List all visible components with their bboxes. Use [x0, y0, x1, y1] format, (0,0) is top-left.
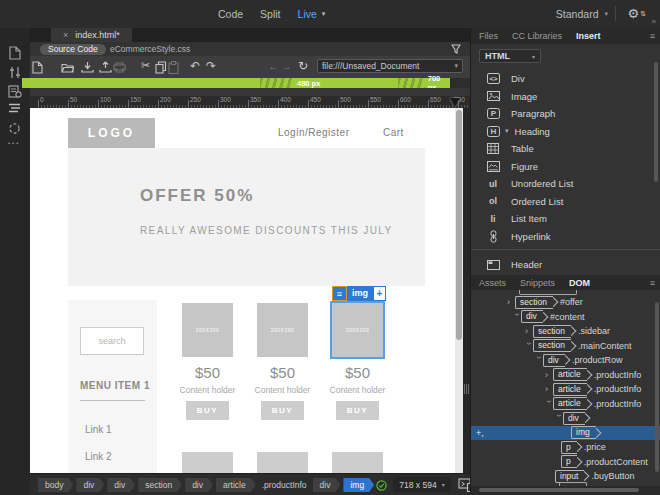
code-view-button[interactable]: Code [218, 8, 243, 20]
live-view-button[interactable]: Live [298, 8, 317, 20]
insert-item-list-item[interactable]: li List Item [471, 210, 660, 227]
add-element-icon[interactable]: +, [476, 428, 484, 438]
element-selection-outline[interactable] [330, 301, 385, 359]
put-file-icon[interactable] [81, 61, 94, 73]
undo-icon[interactable]: ↶ [190, 59, 200, 73]
dom-node[interactable]: › div #content [471, 310, 660, 325]
ruler-marker-handle[interactable] [450, 98, 460, 107]
copy-icon[interactable] [155, 61, 167, 74]
login-register-link[interactable]: Login/Register [278, 127, 349, 138]
product-image[interactable] [182, 452, 233, 473]
filter-related-files-icon[interactable] [451, 44, 461, 54]
product-image[interactable]: 200X200 [182, 303, 233, 357]
insert-item-unordered-list[interactable]: ul Unordered List [471, 175, 660, 192]
expander-icon[interactable]: › [525, 326, 533, 336]
tag-crumb[interactable]: div [185, 478, 213, 492]
dom-scrollbar-thumb[interactable] [655, 302, 659, 472]
insert-scrollbar-thumb[interactable] [654, 62, 658, 182]
sync-settings-button[interactable]: ⚙ ⇅ [627, 0, 646, 27]
more-tools-icon[interactable]: ••• [8, 140, 20, 146]
dom-node[interactable]: › section .mainContent [471, 339, 660, 354]
dom-h-scrollbar-thumb[interactable] [479, 488, 639, 492]
search-input[interactable]: search [80, 327, 144, 355]
panel-menu-icon[interactable]: ≡ [650, 278, 655, 288]
split-view-button[interactable]: Split [260, 8, 280, 20]
sidebar-link-2[interactable]: Link 2 [85, 451, 112, 462]
tag-crumb[interactable]: div [107, 478, 135, 492]
product-image[interactable] [257, 452, 308, 473]
document-tab[interactable]: × index.html* [51, 28, 132, 42]
source-code-button[interactable]: Source Code [40, 44, 106, 55]
tag-crumb[interactable]: div [313, 478, 341, 492]
file-preview-icon[interactable] [8, 85, 22, 98]
tab-insert[interactable]: Insert [576, 31, 601, 41]
collapse-panels-icon[interactable]: » [652, 17, 656, 26]
insert-item-image[interactable]: Image [471, 88, 660, 105]
back-icon[interactable]: ← [268, 60, 279, 72]
dom-node[interactable]: › div .productRow [471, 353, 660, 368]
new-file-icon[interactable] [9, 46, 21, 60]
outline-view-icon[interactable] [8, 103, 22, 113]
panel-menu-icon[interactable]: ≡ [650, 31, 655, 41]
manage-extensions-icon[interactable] [9, 66, 21, 79]
insert-item-figure[interactable]: Figure [471, 158, 660, 175]
scrollbar-thumb[interactable] [456, 110, 462, 340]
redo-icon[interactable]: ↷ [206, 59, 216, 73]
insert-item-ordered-list[interactable]: ol Ordered List [471, 193, 660, 210]
expander-icon[interactable]: › [545, 370, 553, 380]
tab-cc-libraries[interactable]: CC Libraries [512, 31, 562, 41]
dom-node[interactable]: p .price [471, 440, 660, 455]
dom-node[interactable]: › article .productInfo [471, 368, 660, 383]
site-logo[interactable]: LOGO [68, 118, 155, 148]
print-icon[interactable] [113, 62, 126, 73]
element-tag-label[interactable]: img [347, 286, 373, 301]
product-image[interactable] [332, 452, 383, 473]
tab-dom[interactable]: DOM [569, 278, 590, 288]
tag-crumb[interactable]: div [76, 478, 104, 492]
paste-icon[interactable] [168, 61, 179, 74]
media-query-marker-700[interactable]: 700 px [398, 78, 450, 88]
get-file-icon[interactable] [99, 61, 112, 73]
panel-resize-grabber[interactable] [464, 384, 465, 394]
element-add-icon[interactable]: + [373, 286, 386, 301]
insert-category-select[interactable]: HTML ▾ [479, 49, 541, 63]
insert-item-table[interactable]: Table [471, 140, 660, 157]
dom-node[interactable]: p .productContent [471, 455, 660, 470]
dom-node[interactable]: › section #offer [471, 295, 660, 310]
buy-button[interactable]: BUY [336, 401, 379, 420]
buy-button[interactable]: BUY [261, 401, 304, 420]
cart-link[interactable]: Cart [383, 127, 404, 138]
open-file-icon[interactable] [61, 63, 74, 73]
insert-item-header[interactable]: Header [471, 256, 660, 273]
close-tab-icon[interactable]: × [63, 30, 68, 40]
insert-item-heading[interactable]: H ▾ Heading [471, 123, 660, 140]
insert-item-paragraph[interactable]: P Paragraph [471, 105, 660, 122]
new-document-icon[interactable] [32, 61, 43, 74]
dom-node[interactable]: › article .productInfo [471, 397, 660, 412]
element-hamburger-icon[interactable]: ≡ [332, 286, 347, 301]
heading-chevron-icon[interactable]: ▾ [505, 127, 509, 135]
workspace-switcher[interactable]: Standard [556, 8, 599, 20]
address-bar[interactable]: file:///Unsaved_Document ▾ [317, 59, 463, 73]
forward-icon[interactable]: → [281, 60, 292, 72]
visual-media-queries-icon[interactable] [8, 122, 21, 135]
related-css-file[interactable]: eCommerceStyle.css [110, 44, 190, 54]
cut-icon[interactable]: ✂ [141, 59, 150, 72]
refresh-icon[interactable]: ↻ [298, 59, 308, 73]
tag-crumb-class[interactable]: .productInfo [259, 478, 310, 492]
dom-node[interactable]: › section .sidebar [471, 324, 660, 339]
tag-crumb[interactable]: article [216, 478, 256, 492]
dom-node[interactable]: › div [471, 411, 660, 426]
media-query-marker-480[interactable]: 480 px [260, 78, 320, 88]
sidebar-link-1[interactable]: Link 1 [85, 424, 112, 435]
buy-button[interactable]: BUY [186, 401, 229, 420]
lint-status-icon[interactable] [376, 480, 387, 491]
tag-crumb-selected[interactable]: img [343, 478, 374, 492]
tab-snippets[interactable]: Snippets [520, 278, 555, 288]
viewport-scrollbar[interactable] [455, 108, 463, 473]
tag-crumb[interactable]: body [38, 478, 73, 492]
tag-crumb[interactable]: section [138, 478, 182, 492]
tab-assets[interactable]: Assets [479, 278, 506, 288]
window-size-selector[interactable]: 718 x 594 ▾ [393, 477, 451, 492]
live-view-chevron-icon[interactable]: ▾ [322, 10, 326, 18]
